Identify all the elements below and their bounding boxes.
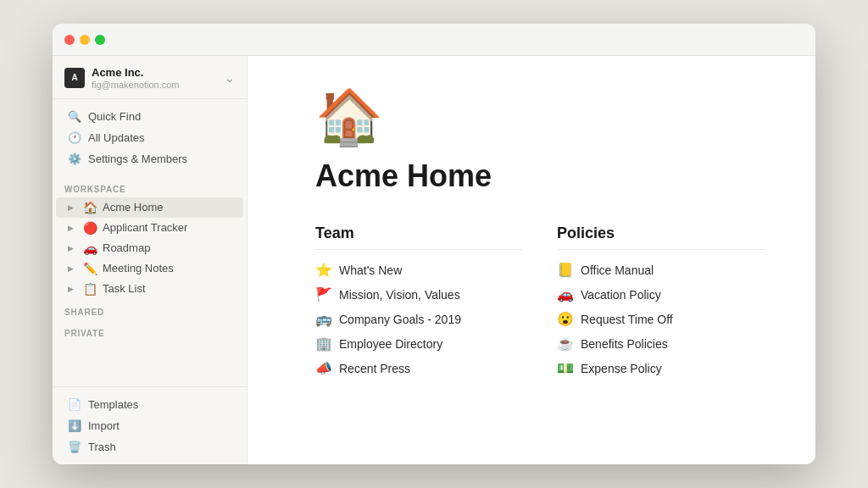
team-section: Team ⭐ What's New 🚩 Mission, Vision, Val… [315, 225, 523, 378]
meeting-notes-label: Meeting Notes [103, 262, 174, 274]
shared-section-label: SHARED [53, 299, 247, 320]
money-icon: 💵 [557, 360, 574, 376]
item-label: Office Manual [581, 263, 654, 277]
bus-icon: 🚌 [315, 311, 332, 327]
workspace-name: Acme Inc. [92, 66, 180, 80]
list-item[interactable]: ☕ Benefits Policies [557, 334, 765, 353]
workspace-email: fig@makenotion.com [92, 80, 180, 90]
sidebar-item-templates[interactable]: 📄 Templates [56, 394, 243, 415]
team-section-title: Team [315, 225, 523, 250]
content-grid: Team ⭐ What's New 🚩 Mission, Vision, Val… [315, 225, 765, 378]
car-icon: 🚗 [557, 286, 574, 302]
list-item[interactable]: 📣 Recent Press [315, 358, 523, 378]
list-item[interactable]: 😮 Request Time Off [557, 309, 765, 329]
trash-label: Trash [88, 441, 116, 453]
task-list-emoji: 📋 [83, 282, 97, 296]
private-section-label: PRIVATE [53, 320, 247, 341]
close-button[interactable] [64, 35, 75, 45]
chevron-icon: ▶ [68, 264, 78, 273]
flag-icon: 🚩 [315, 286, 332, 302]
workspace-section-label: WORKSPACE [53, 176, 247, 197]
sidebar-item-roadmap[interactable]: ▶ 🚗 Roadmap [56, 238, 243, 258]
app-body: A Acme Inc. fig@makenotion.com ⌄ 🔍 Quick… [53, 56, 815, 464]
templates-label: Templates [88, 398, 138, 411]
chevron-icon: ▶ [68, 285, 78, 293]
quick-find-label: Quick Find [88, 110, 141, 123]
sidebar-item-acme-home[interactable]: ▶ 🏠 Acme Home [56, 197, 243, 218]
all-updates-label: All Updates [88, 131, 144, 144]
gear-icon: ⚙️ [68, 152, 81, 165]
settings-label: Settings & Members [88, 152, 187, 165]
item-label: Company Goals - 2019 [339, 313, 461, 326]
item-label: Mission, Vision, Values [339, 288, 460, 302]
sidebar-item-import[interactable]: ⬇️ Import [56, 415, 243, 436]
sidebar-item-applicant-tracker[interactable]: ▶ 🔴 Applicant Tracker [56, 218, 243, 238]
main-content: 🏠 Acme Home Team ⭐ What's New 🚩 Mission,… [248, 56, 815, 464]
minimize-button[interactable] [80, 35, 90, 45]
notebook-icon: 📒 [557, 262, 574, 278]
list-item[interactable]: 💵 Expense Policy [557, 358, 765, 378]
chevron-icon: ▶ [68, 203, 78, 212]
team-list: ⭐ What's New 🚩 Mission, Vision, Values 🚌… [315, 260, 523, 378]
megaphone-icon: 📣 [315, 360, 332, 376]
workspace-identity: A Acme Inc. fig@makenotion.com [64, 66, 180, 90]
roadmap-label: Roadmap [103, 241, 150, 254]
list-item[interactable]: 🚗 Vacation Policy [557, 285, 765, 304]
list-item[interactable]: 🏢 Employee Directory [315, 334, 523, 353]
list-item[interactable]: 🚌 Company Goals - 2019 [315, 309, 523, 329]
sidebar-item-meeting-notes[interactable]: ▶ ✏️ Meeting Notes [56, 258, 243, 279]
chevron-icon: ▶ [68, 244, 78, 252]
item-label: Recent Press [339, 362, 410, 375]
sidebar-item-trash[interactable]: 🗑️ Trash [56, 436, 243, 458]
sidebar-item-all-updates[interactable]: 🕐 All Updates [56, 127, 243, 148]
coffee-icon: ☕ [557, 336, 574, 352]
item-label: Employee Directory [339, 337, 442, 351]
workspace-items-list: ▶ 🏠 Acme Home ▶ 🔴 Applicant Tracker ▶ 🚗 … [53, 197, 247, 299]
list-item[interactable]: ⭐ What's New [315, 260, 523, 280]
workspace-header[interactable]: A Acme Inc. fig@makenotion.com ⌄ [53, 56, 247, 99]
maximize-button[interactable] [95, 35, 105, 45]
acme-home-emoji: 🏠 [83, 201, 97, 214]
policies-section-title: Policies [557, 225, 765, 250]
chevron-icon: ▶ [68, 224, 78, 232]
trash-icon: 🗑️ [68, 441, 81, 453]
meeting-notes-emoji: ✏️ [83, 262, 97, 275]
traffic-lights [64, 35, 105, 45]
list-item[interactable]: 📒 Office Manual [557, 260, 765, 280]
page-emoji: 🏠 [315, 90, 765, 144]
building-icon: 🏢 [315, 336, 332, 352]
item-label: Request Time Off [581, 313, 673, 326]
sidebar-item-settings[interactable]: ⚙️ Settings & Members [56, 148, 243, 169]
item-label: What's New [339, 263, 402, 277]
roadmap-emoji: 🚗 [83, 241, 97, 255]
sidebar-item-quick-find[interactable]: 🔍 Quick Find [56, 106, 243, 127]
sidebar: A Acme Inc. fig@makenotion.com ⌄ 🔍 Quick… [53, 56, 248, 464]
titlebar [53, 24, 815, 56]
templates-icon: 📄 [68, 398, 81, 411]
page-title: Acme Home [315, 158, 765, 194]
import-icon: ⬇️ [68, 419, 81, 432]
logo-text: A [71, 73, 77, 82]
face-icon: 😮 [557, 311, 574, 327]
applicant-tracker-label: Applicant Tracker [103, 221, 187, 234]
list-item[interactable]: 🚩 Mission, Vision, Values [315, 285, 523, 304]
item-label: Vacation Policy [581, 288, 661, 302]
search-icon: 🔍 [68, 110, 81, 123]
item-label: Benefits Policies [581, 337, 668, 351]
item-label: Expense Policy [581, 362, 662, 375]
clock-icon: 🕐 [68, 131, 81, 144]
workspace-info: Acme Inc. fig@makenotion.com [92, 66, 180, 90]
acme-home-label: Acme Home [103, 201, 164, 214]
policies-section: Policies 📒 Office Manual 🚗 Vacation Poli… [557, 225, 765, 378]
star-icon: ⭐ [315, 262, 332, 278]
workspace-chevron-icon: ⌄ [225, 71, 235, 85]
sidebar-nav: 🔍 Quick Find 🕐 All Updates ⚙️ Settings &… [53, 99, 247, 176]
app-window: A Acme Inc. fig@makenotion.com ⌄ 🔍 Quick… [53, 24, 815, 464]
sidebar-item-task-list[interactable]: ▶ 📋 Task List [56, 279, 243, 299]
policies-list: 📒 Office Manual 🚗 Vacation Policy 😮 Requ… [557, 260, 765, 378]
import-label: Import [88, 419, 120, 432]
applicant-tracker-emoji: 🔴 [83, 221, 97, 235]
sidebar-bottom: 📄 Templates ⬇️ Import 🗑️ Trash [53, 386, 247, 464]
task-list-label: Task List [103, 282, 146, 295]
workspace-logo: A [64, 68, 85, 88]
